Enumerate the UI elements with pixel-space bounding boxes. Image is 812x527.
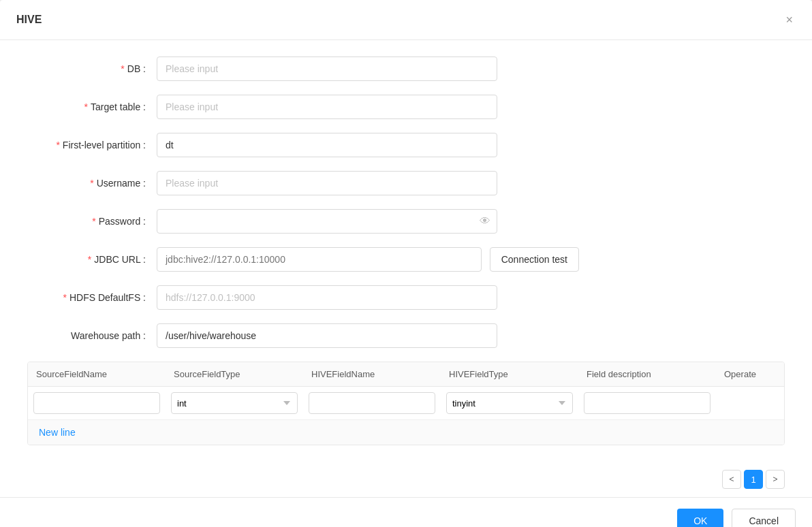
- ok-button[interactable]: OK: [677, 509, 723, 527]
- username-label: *Username :: [27, 178, 157, 189]
- table-row: int bigint varchar double float boolean: [28, 387, 784, 420]
- username-required-star: *: [90, 178, 93, 189]
- modal-header: HIVE ×: [0, 0, 812, 40]
- warehouse-path-label: Warehouse path :: [27, 330, 157, 341]
- modal-footer: OK Cancel: [0, 497, 812, 527]
- pagination-current-page[interactable]: 1: [744, 470, 763, 489]
- password-label: *Password :: [27, 216, 157, 227]
- new-line-row: New line: [28, 420, 784, 445]
- warehouse-path-input[interactable]: [157, 323, 497, 348]
- username-row: *Username :: [27, 171, 785, 195]
- field-description-input[interactable]: [584, 392, 710, 414]
- col-operate: Operate: [716, 362, 784, 386]
- db-row: *DB :: [27, 57, 785, 81]
- connection-test-button[interactable]: Connection test: [490, 247, 579, 272]
- eye-icon[interactable]: 👁: [480, 215, 490, 227]
- first-level-partition-label: *First-level partition :: [27, 140, 157, 150]
- hive-field-type-select[interactable]: tinyint int bigint varchar double float …: [446, 392, 573, 414]
- col-source-field-type: SourceFieldType: [166, 362, 303, 386]
- source-field-name-input[interactable]: [33, 392, 160, 414]
- cell-field-description: [578, 392, 716, 414]
- jdbc-url-row: *JDBC URL : Connection test: [27, 247, 785, 272]
- close-button[interactable]: ×: [783, 11, 796, 29]
- field-mapping-table: SourceFieldName SourceFieldType HIVEFiel…: [27, 362, 785, 445]
- db-required-star: *: [121, 63, 124, 74]
- warehouse-path-row: Warehouse path :: [27, 323, 785, 348]
- modal-body: *DB : *Target table : *First-level parti…: [0, 40, 812, 462]
- hdfs-required-star: *: [63, 292, 67, 303]
- jdbc-required-star: *: [88, 254, 91, 265]
- table-header: SourceFieldName SourceFieldType HIVEFiel…: [28, 362, 784, 387]
- new-line-button[interactable]: New line: [39, 427, 76, 438]
- target-table-label: *Target table :: [27, 101, 157, 112]
- source-field-type-select[interactable]: int bigint varchar double float boolean: [171, 392, 298, 414]
- password-required-star: *: [92, 216, 95, 227]
- pagination-next[interactable]: >: [766, 470, 785, 489]
- cell-hive-field-name: [303, 392, 441, 414]
- modal-title: HIVE: [16, 14, 42, 26]
- source-field-type-select-wrapper: int bigint varchar double float boolean: [171, 392, 298, 414]
- col-hive-field-name: HIVEFieldName: [303, 362, 441, 386]
- jdbc-row-inputs: Connection test: [157, 247, 579, 272]
- jdbc-url-label: *JDBC URL :: [27, 254, 157, 265]
- col-hive-field-type: HIVEFieldType: [441, 362, 578, 386]
- password-wrapper: 👁: [157, 209, 497, 234]
- pagination-row: < 1 >: [0, 462, 812, 497]
- username-input[interactable]: [157, 171, 497, 195]
- pagination-prev[interactable]: <: [722, 470, 741, 489]
- col-field-description: Field description: [578, 362, 716, 386]
- col-source-field-name: SourceFieldName: [28, 362, 166, 386]
- password-input[interactable]: [157, 209, 497, 234]
- db-label: *DB :: [27, 63, 157, 74]
- first-level-partition-row: *First-level partition :: [27, 133, 785, 157]
- cell-source-field-name: [28, 392, 166, 414]
- partition-required-star: *: [56, 140, 59, 150]
- cell-hive-field-type: tinyint int bigint varchar double float …: [441, 392, 578, 414]
- hive-field-type-select-wrapper: tinyint int bigint varchar double float …: [446, 392, 573, 414]
- target-table-input[interactable]: [157, 95, 497, 119]
- first-level-partition-input[interactable]: [157, 133, 497, 157]
- cancel-button[interactable]: Cancel: [732, 509, 796, 527]
- hdfs-defaultfs-label: *HDFS DefaultFS :: [27, 292, 157, 303]
- hdfs-defaultfs-input[interactable]: [157, 285, 497, 310]
- jdbc-url-input[interactable]: [157, 247, 482, 272]
- hdfs-defaultfs-row: *HDFS DefaultFS :: [27, 285, 785, 310]
- hive-modal: HIVE × *DB : *Target table : *First-leve…: [0, 0, 812, 527]
- target-table-row: *Target table :: [27, 95, 785, 119]
- cell-source-field-type: int bigint varchar double float boolean: [166, 392, 303, 414]
- db-input[interactable]: [157, 57, 497, 81]
- password-row: *Password : 👁: [27, 209, 785, 234]
- hive-field-name-input[interactable]: [309, 392, 435, 414]
- target-table-required-star: *: [84, 101, 88, 112]
